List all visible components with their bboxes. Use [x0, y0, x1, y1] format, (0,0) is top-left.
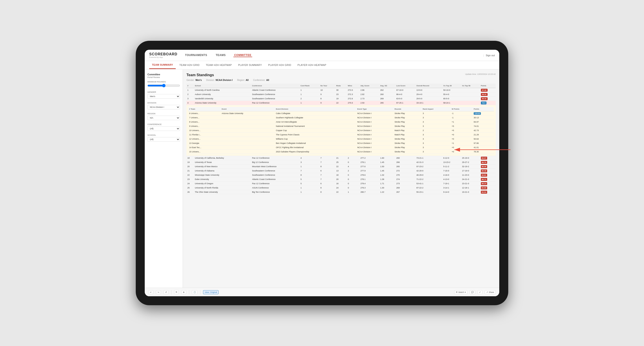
clock-button[interactable]: 🕐: [192, 290, 198, 294]
school-select[interactable]: (All): [148, 137, 180, 142]
cell-rank: 2: [186, 92, 194, 97]
share-button[interactable]: ↗ Share: [485, 290, 496, 294]
cell-rnds: 19: [335, 97, 347, 101]
tt-cell-points[interactable]: 119.63: [473, 111, 494, 116]
copy-button[interactable]: ⧉: [174, 290, 178, 294]
cell-wins: 275.5: [347, 101, 360, 105]
comment-button[interactable]: 💬: [470, 290, 475, 294]
points-badge[interactable]: 90.32: [481, 97, 488, 100]
filter-region: Region: All: [237, 79, 248, 81]
tt-cell-division: Williams Cup: [275, 137, 356, 141]
bottom-toolbar: ↩ ↪ ↺ ⧉ ⊕ 🕐 View: Original 👁 Watch ▾ 💬 ⤢…: [145, 288, 499, 296]
tab-team-h2h-grid[interactable]: TEAM H2H GRID: [176, 61, 202, 69]
content-area: Team Standings Update time: 13/03/2024 1…: [183, 69, 499, 288]
sidebar-subtitle: Portal Review: [148, 76, 180, 78]
cell-points[interactable]: 97.02: [480, 88, 496, 92]
watch-button[interactable]: 👁 Watch ▾: [454, 290, 468, 294]
tt-cell-event: [221, 146, 275, 150]
sidebar-label-division: Division: [148, 102, 180, 104]
cell-no-tour: 9: [320, 101, 335, 105]
filter-gender-label: Gender:: [186, 79, 194, 81]
tab-team-summary[interactable]: TEAM SUMMARY: [149, 61, 176, 69]
tooltip-header: # Team Event Event Division Event Type R…: [188, 107, 494, 111]
cell-vs25: 65-5-0: [442, 97, 461, 101]
cell-school: Vanderbilt University: [194, 97, 251, 101]
nav-teams[interactable]: TEAMS: [215, 54, 227, 57]
points-badge[interactable]: 97.02: [481, 89, 488, 92]
table-row: 25University of North FloridaASUN Confer…: [186, 186, 496, 190]
cell-conference: Atlantic Coast Conference: [251, 88, 300, 92]
tablet-frame: SCOREBOARD Powered by clipp TOURNAMENTS …: [136, 41, 508, 305]
sidebar-section-rounds: Minimum Rounds: [148, 81, 180, 88]
tt-cell-points: 50.64: [473, 137, 494, 141]
tt-cell-rank-impact: 2: [422, 128, 451, 133]
cell-conference: Southeastern Conference: [251, 92, 300, 97]
refresh-button[interactable]: ↺: [164, 290, 168, 294]
tt-col-team: # Team: [188, 107, 221, 111]
table-row: 3 Vanderbilt University Southeastern Con…: [186, 97, 496, 101]
min-rounds-slider[interactable]: [148, 84, 180, 87]
tt-cell-points: 97.86: [473, 141, 494, 146]
tt-cell-event: [221, 120, 275, 124]
tt-col-rank-impact: Rank Impact: [422, 107, 451, 111]
tt-cell-type: NCAA Division I: [356, 150, 394, 154]
tt-cell-rank-impact: 3: [422, 120, 451, 124]
tab-player-h2h-grid[interactable]: PLAYER H2H GRID: [266, 61, 294, 69]
tt-cell-type: NCAA Division I: [356, 133, 394, 137]
nav-tournaments[interactable]: TOURNAMENTS: [184, 54, 208, 57]
cell-wins: 272.3: [347, 92, 360, 97]
tt-cell-rounds: Stroke Play: [394, 150, 422, 154]
cell-adj-score: 2.73: [360, 97, 380, 101]
filter-division-value: NCAA Division I: [216, 79, 233, 81]
cell-points[interactable]: 93.31: [480, 92, 496, 97]
tab-team-h2h-heatmap[interactable]: TEAM H2H HEATMAP: [203, 61, 234, 69]
tooltip-row-item: 14 East Tec... OFCC Fighting Illini Invi…: [188, 146, 494, 150]
nav-committee[interactable]: COMMITTEE: [233, 54, 252, 57]
gender-select[interactable]: Men's Women's: [148, 94, 180, 99]
cell-points[interactable]: 90.32: [480, 97, 496, 101]
cell-points[interactable]: 78.5: [480, 101, 496, 105]
tt-cell-type: NCAA Division I: [356, 111, 394, 116]
logo-area: SCOREBOARD Powered by clipp: [149, 52, 178, 58]
tt-cell-rounds: Stroke Play: [394, 120, 422, 124]
undo-button[interactable]: ↩: [148, 290, 153, 294]
paste-button[interactable]: ⊕: [181, 290, 186, 294]
cell-rank: 4: [186, 101, 194, 105]
tt-cell-type: NCAA Division I: [356, 146, 394, 150]
points-badge[interactable]: 93.31: [481, 93, 488, 96]
tt-cell-rounds: Stroke Play: [394, 141, 422, 146]
tab-player-h2h-heatmap[interactable]: PLAYER H2H HEATMAP: [295, 61, 329, 69]
sign-out-button[interactable]: Sign out: [486, 54, 495, 57]
cell-low-score: 67-10-0: [396, 88, 416, 92]
tt-cell-team: 6 Univers...: [188, 111, 221, 116]
tooltip-expanded-row: # Team Event Event Division Event Type R…: [186, 105, 496, 156]
conference-select[interactable]: (All): [148, 126, 180, 131]
redo-button[interactable]: ↪: [156, 290, 161, 294]
tt-cell-division: Amer Art Intercollegiate: [275, 120, 356, 124]
col-conference: Conference: [251, 84, 300, 88]
tt-cell-rounds: Stroke Play: [394, 137, 422, 141]
tab-player-summary[interactable]: PLAYER SUMMARY: [236, 61, 264, 69]
tooltip-row-item: 6 Univers... Arizona State University Ca…: [188, 111, 494, 116]
tt-cell-type: NCAA Division I: [356, 128, 394, 133]
cell-avg-sg: 269: [379, 97, 396, 101]
tt-cell-type: NCAA Division I: [356, 116, 394, 120]
region-select[interactable]: N/A East West: [148, 116, 180, 120]
cell-school: University of North Carolina: [194, 88, 251, 92]
tooltip-row-item: 13 Georgia Ben Hogan Collegiate Invitati…: [188, 141, 494, 146]
view-original-button[interactable]: View: Original: [203, 290, 218, 294]
table-row: 22Mississippi State UniversitySoutheaste…: [186, 173, 496, 177]
cell-avg-sg: 260: [379, 92, 396, 97]
table-row: 1 University of North Carolina Atlantic …: [186, 88, 496, 92]
points-badge-highlighted[interactable]: 78.5: [481, 102, 487, 104]
col-conf-rank: Conf Rank: [300, 84, 320, 88]
tt-cell-division: National Invitational Tournament: [275, 124, 356, 128]
expand-button[interactable]: ⤢: [478, 290, 482, 294]
standings-title: Team Standings: [186, 73, 214, 77]
division-select[interactable]: NCAA Division I NCAA Division II NCAA Di…: [148, 105, 180, 109]
cell-vs50: [461, 97, 480, 101]
tt-cell-event: [221, 124, 275, 128]
tt-cell-points: 42.73: [473, 128, 494, 133]
tt-cell-type: NCAA Division I: [356, 124, 394, 128]
tooltip-row-item: 8 Univers... Amer Art Intercollegiate NC…: [188, 120, 494, 124]
